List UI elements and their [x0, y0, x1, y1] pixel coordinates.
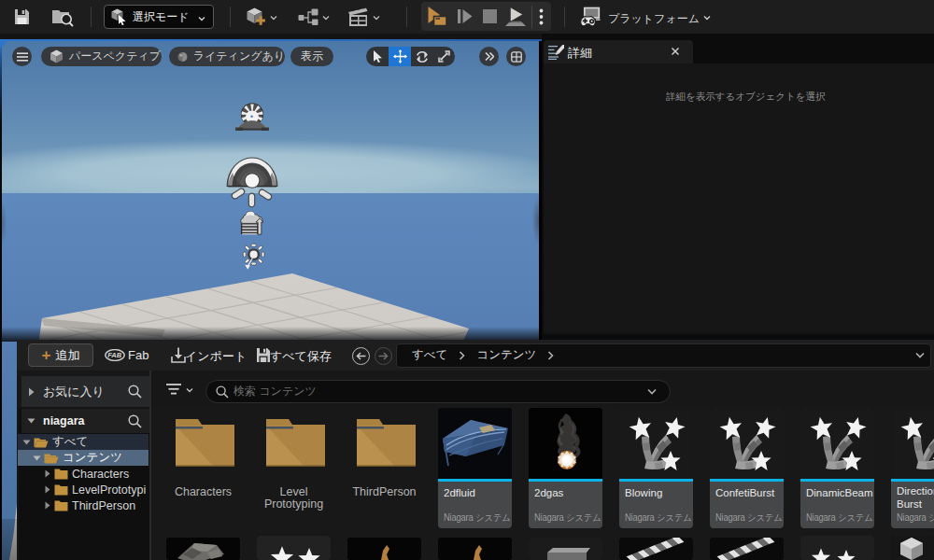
svg-text:FAB: FAB	[107, 351, 122, 359]
